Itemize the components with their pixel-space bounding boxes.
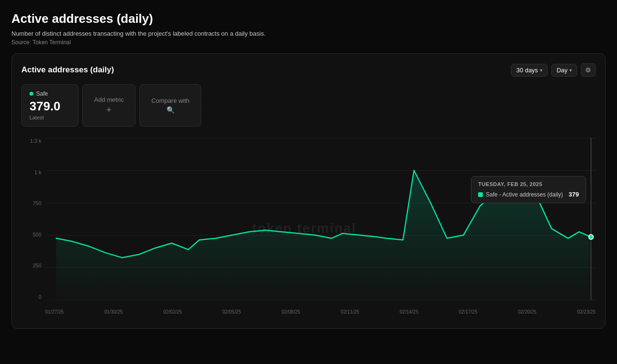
settings-button[interactable]: ⚙	[581, 63, 596, 77]
card-header: Active addresses (daily) 30 days ▾ Day ▾…	[21, 63, 596, 77]
page-subtitle: Number of distinct addresses transacting…	[11, 30, 606, 37]
search-icon: 🔍	[166, 106, 175, 114]
y-label-500: 500	[33, 232, 45, 237]
x-axis: 01/27/25 01/30/25 02/02/25 02/05/25 02/0…	[45, 305, 596, 319]
chart-area: token terminal_ 1.3 k 1 k 750 500 250 0	[21, 138, 596, 319]
period-selector[interactable]: 30 days ▾	[511, 64, 548, 77]
y-label-250: 250	[33, 263, 45, 268]
tooltip-date: TUESDAY, FEB 25, 2025	[478, 181, 579, 187]
tooltip-dot	[478, 192, 483, 197]
page-title: Active addresses (daily)	[11, 11, 606, 26]
compare-label: Compare with	[151, 97, 189, 104]
compare-with-button[interactable]: Compare with 🔍	[139, 84, 201, 127]
x-label-0130: 01/30/25	[104, 309, 123, 315]
x-label-0127: 01/27/25	[45, 309, 64, 315]
period-chevron-icon: ▾	[540, 68, 542, 73]
y-axis: 1.3 k 1 k 750 500 250 0	[21, 138, 45, 300]
metrics-row: Safe 379.0 Latest Add metric + Compare w…	[21, 84, 596, 127]
x-label-0214: 02/14/25	[400, 309, 418, 315]
metric-label: Safe	[29, 90, 70, 97]
plus-icon: +	[107, 105, 112, 115]
tooltip: TUESDAY, FEB 25, 2025 Safe - Active addr…	[471, 176, 586, 203]
interval-chevron-icon: ▾	[569, 68, 572, 73]
x-label-0211: 02/11/25	[341, 309, 359, 315]
chart-card: Active addresses (daily) 30 days ▾ Day ▾…	[11, 53, 606, 329]
safe-metric-card: Safe 379.0 Latest	[21, 84, 78, 127]
x-label-0208: 02/08/25	[282, 309, 300, 315]
y-label-1000: 1 k	[34, 169, 45, 175]
y-label-750: 750	[33, 200, 45, 206]
chart-card-title: Active addresses (daily)	[21, 65, 114, 75]
grid-line-5	[45, 267, 596, 268]
tooltip-metric-label: Safe - Active addresses (daily)	[486, 191, 563, 198]
card-controls: 30 days ▾ Day ▾ ⚙	[511, 63, 596, 77]
tooltip-label: Safe - Active addresses (daily)	[478, 191, 563, 198]
metric-dot	[29, 92, 33, 96]
grid-line-4	[45, 235, 596, 236]
metric-value: 379.0	[29, 99, 70, 114]
x-label-0202: 02/02/25	[163, 309, 182, 315]
chart-plot: TUESDAY, FEB 25, 2025 Safe - Active addr…	[45, 138, 596, 300]
add-metric-label: Add metric	[94, 96, 124, 103]
grid-line-2	[45, 170, 596, 171]
x-label-0220: 02/20/25	[518, 309, 537, 315]
tooltip-row: Safe - Active addresses (daily) 379	[478, 191, 579, 198]
page-source: Source: Token Terminal	[11, 39, 606, 46]
y-label-0: 0	[39, 294, 45, 300]
gear-icon: ⚙	[585, 66, 591, 74]
add-metric-button[interactable]: Add metric +	[82, 84, 136, 127]
period-label: 30 days	[516, 67, 538, 74]
metric-name: Safe	[36, 90, 48, 97]
grid-lines	[45, 138, 596, 300]
x-label-0205: 02/05/25	[223, 309, 241, 315]
interval-selector[interactable]: Day ▾	[551, 64, 577, 77]
tooltip-value: 379	[568, 191, 579, 198]
interval-label: Day	[557, 67, 568, 74]
grid-line-1	[45, 138, 596, 138]
metric-sub: Latest	[29, 115, 70, 120]
grid-line-6	[45, 300, 596, 300]
x-label-0217: 02/17/25	[459, 309, 478, 315]
y-label-1300: 1.3 k	[30, 138, 45, 144]
x-label-0223: 02/23/25	[577, 309, 596, 315]
